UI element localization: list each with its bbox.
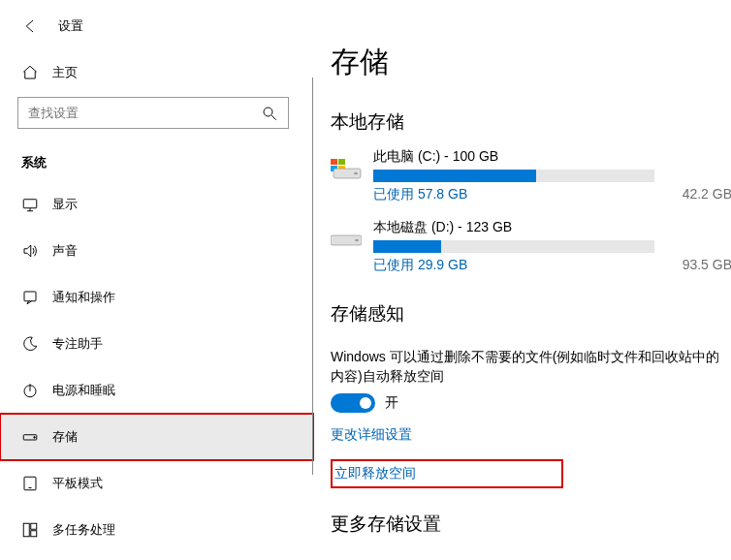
- storage-sense-header: 存储感知: [331, 301, 731, 327]
- svg-rect-8: [31, 523, 37, 529]
- sidebar-item-notifications[interactable]: 通知和操作: [0, 274, 313, 321]
- sidebar-category: 系统: [0, 133, 313, 181]
- back-icon[interactable]: [21, 17, 39, 35]
- divider: [312, 78, 313, 475]
- svg-rect-2: [24, 292, 36, 301]
- svg-rect-11: [338, 159, 345, 165]
- drive-usage-bar: [373, 240, 654, 253]
- multitask-icon: [21, 521, 39, 539]
- storage-sense-desc: Windows 可以通过删除不需要的文件(例如临时文件和回收站中的内容)自动释放…: [331, 348, 731, 386]
- sidebar-item-label: 声音: [52, 242, 78, 260]
- sidebar-item-home[interactable]: 主页: [0, 52, 313, 93]
- drive-usage-bar: [373, 170, 654, 182]
- drive-title: 本地磁盘 (D:) - 123 GB: [373, 219, 731, 236]
- drive-row[interactable]: 此电脑 (C:) - 100 GB 已使用 57.8 GB 42.2 GB: [331, 148, 731, 203]
- tablet-icon: [21, 475, 39, 492]
- sidebar-item-label: 显示: [52, 196, 78, 213]
- home-icon: [21, 64, 39, 81]
- drive-used: 已使用 29.9 GB: [373, 257, 467, 274]
- local-storage-header: 本地存储: [331, 109, 731, 135]
- sidebar-item-focus[interactable]: 专注助手: [0, 321, 313, 367]
- speaker-icon: [21, 242, 39, 260]
- drive-icon: [21, 428, 39, 446]
- sidebar-item-label: 存储: [52, 428, 78, 446]
- svg-point-17: [355, 239, 359, 241]
- home-label: 主页: [52, 64, 78, 81]
- svg-rect-10: [331, 159, 337, 165]
- search-icon: [261, 105, 278, 122]
- storage-sense-toggle[interactable]: [331, 393, 375, 413]
- sidebar-item-label: 平板模式: [52, 475, 103, 492]
- sidebar-item-label: 多任务处理: [52, 521, 115, 539]
- page-title: 存储: [331, 43, 731, 82]
- sidebar-item-multitask[interactable]: 多任务处理: [0, 507, 313, 553]
- svg-rect-9: [31, 531, 37, 537]
- sidebar-item-label: 电源和睡眠: [52, 382, 115, 399]
- svg-point-15: [354, 172, 358, 174]
- search-input[interactable]: [17, 97, 289, 129]
- drive-row[interactable]: 本地磁盘 (D:) - 123 GB 已使用 29.9 GB 93.5 GB: [331, 219, 731, 274]
- search-field[interactable]: [28, 106, 261, 120]
- svg-rect-1: [23, 200, 37, 208]
- sidebar-item-power[interactable]: 电源和睡眠: [0, 367, 313, 414]
- drive-used: 已使用 57.8 GB: [373, 186, 467, 203]
- notification-icon: [21, 289, 39, 306]
- power-icon: [21, 382, 39, 399]
- app-title: 设置: [58, 17, 83, 35]
- link-more-settings[interactable]: 更改详细设置: [331, 426, 731, 444]
- svg-point-5: [34, 437, 36, 439]
- sidebar-item-tablet[interactable]: 平板模式: [0, 460, 313, 507]
- sidebar-menu: 显示 声音 通知和操作 专注助手 电源和睡眠 存储 平板模式 多任务处理: [0, 181, 313, 553]
- toggle-label: 开: [385, 394, 398, 412]
- moon-icon: [21, 335, 39, 353]
- svg-rect-7: [23, 523, 29, 537]
- disk-icon: [331, 150, 362, 187]
- main-content: 存储 本地存储 此电脑 (C:) - 100 GB 已使用 57.8 GB 42…: [313, 0, 731, 560]
- sidebar: 设置 主页 系统 显示 声音 通知和操作 专注助手: [0, 0, 313, 560]
- sidebar-item-display[interactable]: 显示: [0, 181, 313, 228]
- disk-icon: [331, 221, 362, 258]
- drive-free: 42.2 GB: [683, 186, 731, 203]
- sidebar-item-label: 通知和操作: [52, 289, 115, 306]
- drive-title: 此电脑 (C:) - 100 GB: [373, 148, 731, 166]
- monitor-icon: [21, 196, 39, 213]
- sidebar-item-sound[interactable]: 声音: [0, 228, 313, 274]
- sidebar-item-storage[interactable]: 存储: [0, 414, 313, 460]
- sidebar-item-label: 专注助手: [52, 335, 103, 353]
- link-free-space-highlight: 立即释放空间: [331, 459, 563, 488]
- drive-free: 93.5 GB: [683, 257, 731, 274]
- link-free-space[interactable]: 立即释放空间: [334, 465, 556, 482]
- svg-point-0: [264, 108, 272, 116]
- more-storage-header: 更多存储设置: [331, 512, 731, 537]
